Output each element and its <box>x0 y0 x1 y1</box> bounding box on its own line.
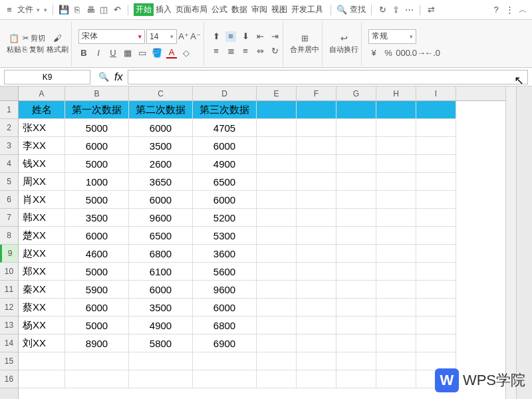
cell[interactable] <box>336 299 376 317</box>
cell[interactable] <box>376 137 416 155</box>
cell[interactable] <box>416 281 456 299</box>
cell[interactable] <box>257 299 297 317</box>
cell[interactable] <box>257 281 297 299</box>
cell[interactable] <box>257 137 297 155</box>
cell[interactable]: 6000 <box>193 137 257 155</box>
cell[interactable]: 4900 <box>129 317 193 334</box>
cell[interactable]: 楚XX <box>19 227 65 245</box>
tab-review[interactable]: 审阅 <box>249 4 269 15</box>
cell[interactable]: 1000 <box>65 173 129 191</box>
cell[interactable] <box>297 334 336 352</box>
cell[interactable] <box>376 173 416 191</box>
cell[interactable] <box>336 155 376 173</box>
font-size-select[interactable]: 14▾ <box>146 29 177 44</box>
cell[interactable] <box>416 119 456 137</box>
cell[interactable] <box>257 227 297 245</box>
cell[interactable] <box>297 370 336 388</box>
cell[interactable] <box>376 227 416 245</box>
collapse-icon[interactable]: ︿ <box>517 5 528 15</box>
cell[interactable] <box>416 299 456 317</box>
cell[interactable] <box>257 155 297 173</box>
cell[interactable]: 6100 <box>129 263 193 281</box>
help-icon[interactable]: ? <box>491 5 501 15</box>
cell[interactable]: 5000 <box>65 191 129 209</box>
fill-icon[interactable]: ▭ <box>137 48 148 59</box>
cell[interactable] <box>257 119 297 137</box>
cell[interactable] <box>19 370 65 388</box>
cell[interactable] <box>416 227 456 245</box>
vertical-scrollbar[interactable] <box>505 86 516 399</box>
cell[interactable] <box>257 191 297 209</box>
cell[interactable] <box>336 334 376 352</box>
fx-zoom-icon[interactable]: 🔍 <box>98 72 109 82</box>
cell[interactable]: 张XX <box>19 119 65 137</box>
paste-button[interactable]: 📋粘贴 <box>7 33 21 55</box>
cell[interactable] <box>297 317 336 334</box>
cell[interactable] <box>19 352 65 370</box>
cell[interactable] <box>257 209 297 227</box>
font-color-icon[interactable]: A <box>166 48 177 59</box>
cell[interactable] <box>297 263 336 281</box>
number-format-select[interactable]: 常规▾ <box>368 29 416 44</box>
row-header-11[interactable]: 11 <box>0 281 18 299</box>
cell[interactable] <box>416 352 456 370</box>
search-label[interactable]: 查找 <box>350 4 366 15</box>
row-header-16[interactable]: 16 <box>0 370 18 388</box>
cell[interactable]: 5600 <box>193 263 257 281</box>
col-header-H[interactable]: H <box>376 86 416 100</box>
distribute-icon[interactable]: ⇔ <box>255 46 265 57</box>
underline-icon[interactable]: U <box>108 48 118 59</box>
align-middle-icon[interactable]: ≡ <box>225 31 236 42</box>
cell[interactable] <box>416 245 456 263</box>
cell[interactable] <box>376 245 416 263</box>
cell[interactable]: 3500 <box>65 209 129 227</box>
cell[interactable] <box>297 101 336 119</box>
cell[interactable]: 刘XX <box>19 334 65 352</box>
col-header-C[interactable]: C <box>129 86 193 100</box>
cell[interactable] <box>257 370 297 388</box>
file-menu[interactable]: 文件▾ <box>17 4 40 15</box>
cell[interactable] <box>257 334 297 352</box>
cell[interactable]: 5000 <box>65 119 129 137</box>
row-header-4[interactable]: 4 <box>0 155 18 173</box>
col-header-I[interactable]: I <box>416 86 456 100</box>
saveas-icon[interactable]: ⎘ <box>72 5 82 15</box>
print-icon[interactable]: 🖶 <box>85 5 96 15</box>
row-header-3[interactable]: 3 <box>0 137 18 155</box>
cell[interactable] <box>257 245 297 263</box>
row-header-10[interactable]: 10 <box>0 263 18 281</box>
cell[interactable]: 李XX <box>19 137 65 155</box>
cell[interactable] <box>376 281 416 299</box>
cell[interactable] <box>416 101 456 119</box>
cell[interactable]: 6000 <box>193 299 257 317</box>
cell[interactable] <box>257 317 297 334</box>
cell[interactable] <box>336 137 376 155</box>
cell[interactable] <box>257 352 297 370</box>
cell[interactable]: 2600 <box>129 155 193 173</box>
cell[interactable]: 杨XX <box>19 317 65 334</box>
cell[interactable] <box>376 191 416 209</box>
row-header-7[interactable]: 7 <box>0 209 18 227</box>
row-header-6[interactable]: 6 <box>0 191 18 209</box>
more-icon[interactable]: ⋯ <box>404 5 414 15</box>
cell[interactable] <box>416 191 456 209</box>
indent-inc-icon[interactable]: ⇥ <box>269 31 280 42</box>
cell[interactable]: 6000 <box>129 119 193 137</box>
cell[interactable] <box>336 370 376 388</box>
cell[interactable] <box>297 227 336 245</box>
cell[interactable] <box>129 352 193 370</box>
sync-icon[interactable]: ↻ <box>377 5 388 15</box>
cell[interactable] <box>336 317 376 334</box>
cell[interactable]: 秦XX <box>19 281 65 299</box>
cell[interactable] <box>376 119 416 137</box>
align-bottom-icon[interactable]: ⬇ <box>240 31 251 42</box>
comma-icon[interactable]: 000 <box>398 48 408 59</box>
copy-button[interactable]: ⎘ 复制 <box>23 45 45 55</box>
cell[interactable] <box>376 299 416 317</box>
row-header-9[interactable]: 9 <box>0 245 18 263</box>
cell[interactable] <box>336 173 376 191</box>
tab-insert[interactable]: 插入 <box>154 4 174 15</box>
cell[interactable] <box>297 209 336 227</box>
font-name-select[interactable]: 宋体▾ <box>78 29 145 44</box>
format-painter-button[interactable]: 🖌格式刷 <box>47 33 68 55</box>
